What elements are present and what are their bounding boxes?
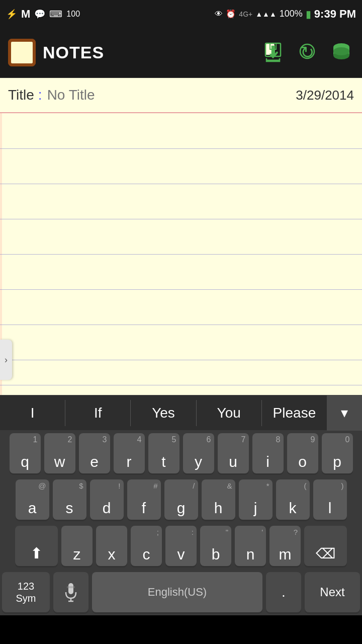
delete-key[interactable]: ⌫	[304, 526, 347, 566]
side-tab-arrow-icon: ›	[5, 355, 8, 365]
save-button[interactable]: ⬇	[260, 40, 286, 65]
autocomplete-word-If[interactable]: If	[65, 400, 131, 426]
paper-line-7	[0, 360, 362, 360]
hangouts-icon: 💬	[34, 9, 45, 20]
key-x[interactable]: x	[96, 526, 127, 566]
gmail-icon: M	[21, 8, 30, 21]
key-t[interactable]: 5t	[148, 433, 179, 473]
storage-button[interactable]	[329, 40, 354, 65]
delete-icon: ⌫	[316, 545, 336, 562]
key-p[interactable]: 0p	[322, 433, 353, 473]
title-bar: Title : 3/29/2014	[0, 78, 362, 113]
network-icon: 4G+	[239, 10, 252, 18]
key-v[interactable]: :v	[165, 526, 197, 566]
svg-text:⬇: ⬇	[266, 43, 280, 61]
key-n[interactable]: 'n	[235, 526, 266, 566]
signal-bar: 100	[66, 10, 80, 19]
keyboard-row-2: @a $s !d #f /g &h *j (k )l	[0, 476, 362, 523]
paper-line-8	[0, 385, 362, 385]
paper-line-6	[0, 325, 362, 325]
paper-line-5	[0, 289, 362, 290]
key-r[interactable]: 4r	[114, 433, 145, 473]
note-date: 3/29/2014	[296, 88, 354, 103]
next-key[interactable]: Next	[305, 572, 360, 612]
shift-icon: ⬆	[30, 544, 43, 562]
svg-rect-1	[11, 42, 33, 63]
key-k[interactable]: (k	[276, 479, 310, 520]
keyboard-row-1: 1q 2w 3e 4r 5t 6y 7u 8i 9o 0p	[0, 430, 362, 476]
alarm-icon: ⏰	[226, 9, 236, 19]
shift-key[interactable]: ⬆	[15, 526, 58, 566]
key-q[interactable]: 1q	[10, 433, 41, 473]
paper-line-4	[0, 254, 362, 255]
key-w[interactable]: 2w	[44, 433, 75, 473]
usb-icon: ⚡	[6, 9, 17, 20]
key-b[interactable]: "b	[200, 526, 231, 566]
paper-line-3	[0, 219, 362, 219]
storage-icon	[330, 41, 353, 64]
period-key[interactable]: .	[266, 572, 301, 612]
key-a[interactable]: @a	[16, 479, 49, 520]
status-bar: ⚡ M 💬 ⌨ 100 👁 ⏰ 4G+ ▲▲▲ 100% ▮ 9:39 PM	[0, 0, 362, 28]
header-left: NOTES	[8, 39, 104, 66]
next-label: Next	[320, 585, 344, 599]
num-sym-label: 123Sym	[16, 580, 36, 604]
header-actions: ⬇ ↻	[260, 40, 354, 65]
paper-line-2	[0, 184, 362, 184]
key-z[interactable]: z	[61, 526, 93, 566]
title-label: Title	[8, 87, 34, 103]
autocomplete-word-Yes[interactable]: Yes	[131, 400, 196, 426]
autocomplete-word-Please[interactable]: Please	[262, 400, 327, 426]
notes-logo-svg	[8, 39, 36, 66]
space-label: English(US)	[148, 586, 207, 599]
title-colon: :	[38, 87, 42, 103]
refresh-button[interactable]: ↻	[295, 40, 320, 65]
mic-icon	[63, 582, 78, 602]
key-l[interactable]: )l	[313, 479, 347, 520]
autocomplete-expand-button[interactable]: ▾	[327, 395, 362, 431]
svg-point-17	[333, 47, 349, 55]
svg-rect-18	[68, 583, 73, 594]
keyboard-row-3: ⬆ z x ;c :v "b 'n ?m ⌫	[0, 523, 362, 569]
status-left-icons: ⚡ M 💬 ⌨ 100	[6, 8, 80, 21]
key-d[interactable]: !d	[90, 479, 124, 520]
refresh-icon: ↻	[296, 41, 319, 64]
key-c[interactable]: ;c	[131, 526, 162, 566]
key-g[interactable]: /g	[164, 479, 198, 520]
key-m[interactable]: ?m	[269, 526, 301, 566]
key-u[interactable]: 7u	[218, 433, 249, 473]
battery-percent: 100%	[280, 9, 303, 19]
paper-line-1	[0, 148, 362, 149]
save-icon: ⬇	[261, 41, 285, 64]
status-time: 9:39 PM	[314, 8, 356, 21]
keyboard-icon: ⌨	[49, 9, 62, 20]
key-o[interactable]: 9o	[287, 433, 318, 473]
app-title: NOTES	[43, 43, 104, 62]
space-key[interactable]: English(US)	[92, 572, 262, 612]
autocomplete-word-I[interactable]: I	[0, 400, 65, 426]
note-paper[interactable]: ›	[0, 113, 362, 395]
title-input[interactable]	[47, 87, 296, 103]
key-y[interactable]: 6y	[183, 433, 214, 473]
app-header: NOTES ⬇ ↻	[0, 28, 362, 78]
key-f[interactable]: #f	[127, 479, 161, 520]
num-sym-key[interactable]: 123Sym	[2, 572, 50, 612]
expand-icon: ▾	[341, 405, 348, 421]
key-i[interactable]: 8i	[252, 433, 284, 473]
autocomplete-bar: I If Yes You Please ▾	[0, 395, 362, 430]
period-label: .	[282, 584, 286, 600]
key-j[interactable]: *j	[239, 479, 273, 520]
svg-rect-0	[8, 39, 36, 66]
keyboard: 1q 2w 3e 4r 5t 6y 7u 8i 9o 0p @a $s !d #…	[0, 430, 362, 615]
status-right-icons: 👁 ⏰ 4G+ ▲▲▲ 100% ▮ 9:39 PM	[215, 8, 356, 21]
wifi-bars-icon: ▲▲▲	[255, 10, 277, 18]
app-icon	[8, 39, 36, 66]
keyboard-row-4: 123Sym English(US) . Next	[0, 569, 362, 615]
mic-key[interactable]	[53, 572, 88, 612]
autocomplete-word-You[interactable]: You	[197, 400, 262, 426]
key-e[interactable]: 3e	[79, 433, 110, 473]
side-tab[interactable]: ›	[0, 340, 12, 380]
key-s[interactable]: $s	[53, 479, 86, 520]
eye-icon: 👁	[215, 10, 223, 19]
key-h[interactable]: &h	[202, 479, 235, 520]
